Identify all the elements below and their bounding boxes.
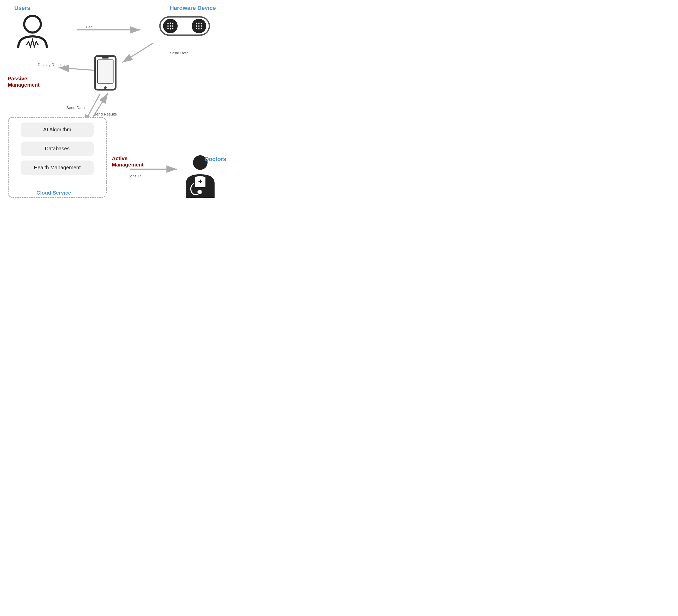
ai-algorithm-item: AI Algorithm [21,122,93,137]
users-label: Users [14,5,30,11]
send-data-cloud-label: Send Data [66,105,85,110]
send-data-hw-label: Send Data [170,51,189,55]
phone-icon [93,55,117,91]
svg-rect-37 [200,180,201,183]
svg-point-34 [104,86,107,89]
svg-point-38 [198,190,202,194]
doctors-label: Doctors [205,156,226,162]
use-label: Use [86,25,93,29]
svg-point-24 [201,23,202,25]
svg-point-14 [172,23,174,25]
consult-label: Consult [127,174,141,178]
cloud-service-label: Cloud Service [36,190,71,196]
hardware-label: Hardware Device [170,5,216,11]
svg-point-30 [201,28,202,29]
svg-point-19 [170,28,171,30]
active-management-label: ActiveManagement [112,155,144,168]
svg-point-18 [167,28,169,29]
svg-point-26 [198,26,200,27]
svg-point-22 [196,23,197,25]
svg-point-27 [201,26,202,27]
svg-point-29 [198,28,200,30]
svg-point-15 [167,26,169,27]
svg-line-4 [122,43,153,63]
svg-point-28 [196,28,197,29]
svg-point-17 [172,26,174,27]
cloud-service-box: AI Algorithm Databases Health Management [8,117,107,198]
user-icon [15,14,49,51]
send-results-label: Send Results [93,112,117,116]
passive-management-label: PassiveManagement [8,75,40,88]
svg-point-25 [196,26,197,27]
svg-rect-33 [102,57,109,59]
svg-point-20 [172,28,174,29]
svg-point-13 [170,23,171,24]
svg-rect-32 [98,60,113,83]
hardware-device-icon [159,14,211,38]
diagram: Users Hardware Device [0,0,234,213]
svg-point-12 [167,23,169,25]
display-results-label: Display Results [38,63,65,67]
health-management-item: Health Management [21,160,93,175]
svg-point-23 [198,23,200,24]
svg-point-9 [24,16,41,33]
svg-point-16 [170,26,171,27]
databases-item: Databases [21,142,93,156]
svg-line-5 [59,68,93,70]
